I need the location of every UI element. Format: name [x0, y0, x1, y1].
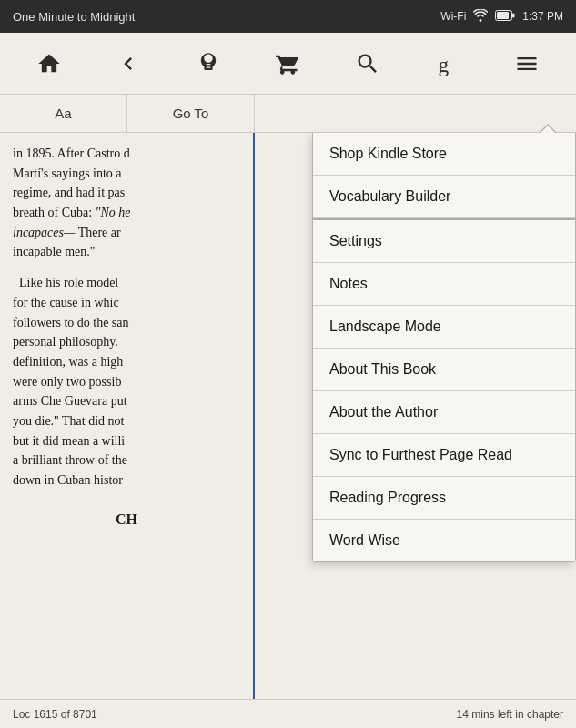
menu-item-shop-kindle-store[interactable]: Shop Kindle Store: [313, 133, 575, 176]
menu-item-notes[interactable]: Notes: [313, 263, 575, 306]
time-display: 1:37 PM: [522, 10, 563, 23]
menu-item-landscape-mode[interactable]: Landscape Mode: [313, 306, 575, 349]
svg-rect-1: [497, 12, 509, 19]
menu-item-sync-furthest-page[interactable]: Sync to Furthest Page Read: [313, 434, 575, 477]
goto-tab[interactable]: Go To: [127, 95, 255, 132]
menu-item-settings[interactable]: Settings: [313, 218, 575, 263]
content-area: in 1895. After Castro dMartí's sayings i…: [0, 133, 576, 699]
book-para-2: Like his role modelfor the cause in whic…: [13, 273, 240, 490]
status-bar: One Minute to Midnight Wi-Fi 1:37 PM: [0, 0, 576, 33]
dropdown-menu: Shop Kindle Store Vocabulary Builder Set…: [312, 133, 576, 562]
goodreads-button[interactable]: g: [428, 44, 468, 84]
location-display: Loc 1615 of 8701: [13, 708, 97, 721]
menu-item-about-the-author[interactable]: About the Author: [313, 391, 575, 434]
book-title: One Minute to Midnight: [13, 10, 135, 24]
menu-item-word-wise[interactable]: Word Wise: [313, 520, 575, 561]
svg-text:g: g: [438, 53, 449, 76]
book-text: in 1895. After Castro dMartí's sayings i…: [0, 133, 255, 699]
bottom-bar: Loc 1615 of 8701 14 mins left in chapter: [0, 699, 576, 728]
home-button[interactable]: [29, 44, 69, 84]
svg-rect-2: [512, 13, 515, 17]
status-right: Wi-Fi 1:37 PM: [440, 9, 563, 25]
book-para-1: in 1895. After Castro dMartí's sayings i…: [13, 144, 240, 262]
battery-icon: [495, 10, 515, 24]
nav-bar: g: [0, 33, 576, 95]
cart-button[interactable]: [268, 44, 308, 84]
tab-bar-left: Aa Go To: [0, 95, 255, 132]
menu-button[interactable]: [507, 44, 547, 84]
dropdown-arrow: [539, 124, 557, 133]
font-tab[interactable]: Aa: [0, 95, 127, 132]
wifi-icon: [473, 9, 488, 25]
chapter-marker: CH: [13, 509, 240, 531]
tab-bar: Aa Go To: [0, 95, 576, 133]
time-left-display: 14 mins left in chapter: [457, 708, 563, 721]
dropdown-arrow-inner: [540, 126, 556, 134]
brightness-button[interactable]: [188, 44, 228, 84]
menu-item-reading-progress[interactable]: Reading Progress: [313, 477, 575, 520]
menu-item-about-this-book[interactable]: About This Book: [313, 349, 575, 391]
tab-spacer: [255, 95, 576, 132]
back-button[interactable]: [108, 44, 148, 84]
wifi-label: Wi-Fi: [440, 10, 466, 23]
search-button[interactable]: [348, 44, 388, 84]
menu-item-vocabulary-builder[interactable]: Vocabulary Builder: [313, 176, 575, 218]
